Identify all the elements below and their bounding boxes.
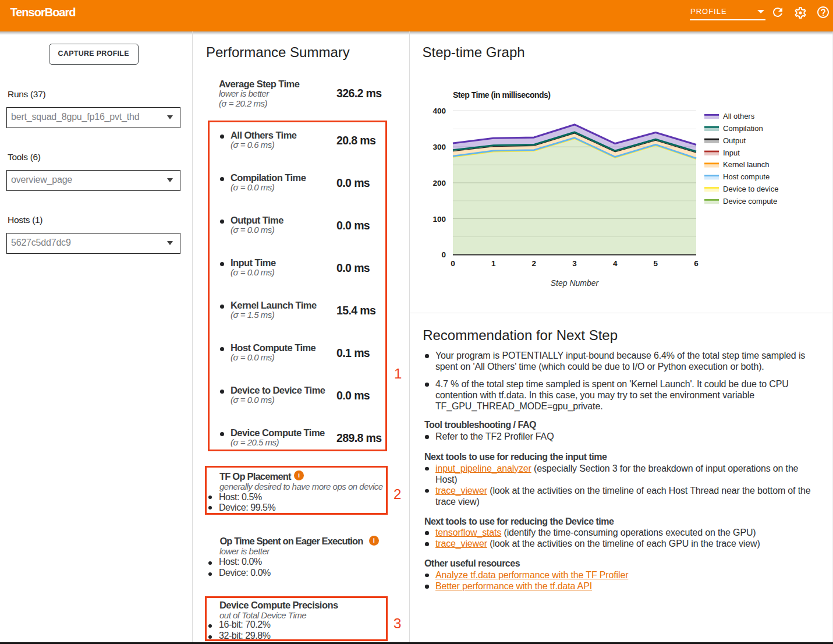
svg-text:Device to device: Device to device [723, 185, 778, 193]
svg-text:4: 4 [613, 259, 618, 268]
svg-text:Step Time (in milliseconds): Step Time (in milliseconds) [453, 90, 551, 100]
svg-text:All others: All others [723, 112, 755, 121]
svg-text:300: 300 [433, 143, 446, 151]
svg-text:5: 5 [654, 259, 658, 268]
svg-text:Input: Input [723, 148, 740, 157]
svg-text:6: 6 [694, 259, 699, 268]
svg-text:Step Number: Step Number [551, 278, 600, 288]
svg-text:1: 1 [491, 259, 496, 268]
svg-text:200: 200 [433, 179, 446, 187]
svg-text:0: 0 [451, 259, 455, 268]
svg-text:Output: Output [723, 136, 746, 145]
svg-text:2: 2 [532, 259, 537, 268]
svg-text:Device compute: Device compute [723, 197, 777, 206]
svg-text:3: 3 [572, 259, 577, 268]
svg-text:Host compute: Host compute [723, 172, 770, 181]
svg-text:100: 100 [433, 215, 446, 224]
svg-text:0: 0 [441, 250, 446, 259]
svg-text:Kernel launch: Kernel launch [723, 160, 770, 169]
svg-text:400: 400 [433, 107, 446, 115]
svg-text:Compilation: Compilation [723, 124, 763, 133]
